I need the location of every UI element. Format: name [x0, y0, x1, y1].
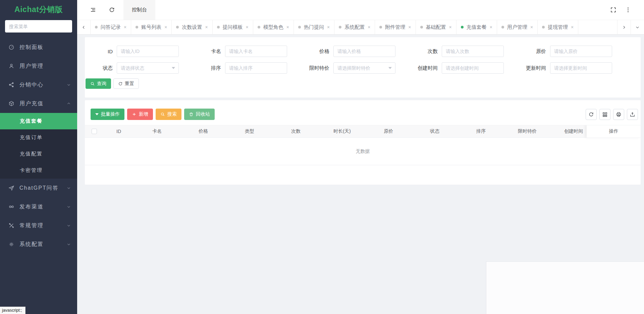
column-header-id: ID: [104, 129, 134, 134]
sidebar-item-dashboard[interactable]: 控制面板: [0, 38, 77, 57]
reset-button[interactable]: 重置: [113, 78, 139, 89]
search-icon: [90, 81, 95, 86]
data-table: ID 卡名 价格 类型 次数 时长(天) 原价 状态 排序 限时特价 创建时间 …: [85, 125, 641, 165]
sidebar-subitem-recharge-orders[interactable]: 充值订单: [0, 129, 77, 146]
recycle-bin-button[interactable]: 回收站: [184, 109, 215, 120]
add-button[interactable]: 新增: [127, 109, 153, 120]
tab-close-icon[interactable]: ×: [368, 25, 370, 29]
tab-basic-config[interactable]: 基础配置 ×: [416, 20, 457, 34]
sort-input[interactable]: [225, 62, 287, 74]
sidebar-item-system-config[interactable]: 系统配置: [0, 235, 77, 254]
tabs-scroll-left-icon[interactable]: [77, 20, 91, 34]
submenu-item-label: 卡密管理: [20, 167, 43, 174]
select-all-cell: [85, 129, 104, 134]
table-refresh-icon[interactable]: [586, 109, 597, 120]
price-input[interactable]: [333, 46, 395, 57]
toggle-search-label: 搜索: [167, 111, 177, 117]
sidebar-item-users[interactable]: 用户管理: [0, 57, 77, 75]
column-settings-icon[interactable]: [599, 109, 610, 120]
reset-button-label: 重置: [125, 81, 134, 87]
sidebar-item-label: 用户充值: [19, 100, 66, 107]
tab-system-config[interactable]: 系统配置 ×: [334, 20, 375, 34]
query-button[interactable]: 查询: [86, 78, 111, 89]
export-icon[interactable]: [627, 109, 638, 120]
more-options-icon[interactable]: [621, 0, 635, 20]
updated-time-input[interactable]: [550, 62, 612, 74]
sidebar-item-label: ChatGPT问答: [19, 185, 66, 192]
tab-close-icon[interactable]: ×: [571, 25, 574, 29]
console-tab[interactable]: 控制台: [123, 0, 155, 20]
table-empty-state: 无数据: [85, 138, 641, 165]
tab-close-icon[interactable]: ×: [124, 25, 126, 29]
tabs-right-controls: [617, 20, 644, 34]
fullscreen-icon[interactable]: [606, 0, 621, 20]
sidebar-item-general-management[interactable]: 常规管理: [0, 216, 77, 235]
tab-hot-questions[interactable]: 热门提问 ×: [294, 20, 334, 34]
select-all-checkbox[interactable]: [92, 129, 97, 134]
filter-limited-offer: 限时特价: [302, 62, 410, 74]
tab-close-icon[interactable]: ×: [449, 25, 452, 29]
column-header-limited-offer: 限时特价: [504, 128, 550, 134]
plus-icon: [132, 112, 137, 117]
column-header-price: 价格: [180, 128, 226, 134]
tab-label: 提问模板: [223, 24, 243, 30]
chevron-down-icon: [66, 82, 71, 87]
collapse-sidebar-icon[interactable]: [85, 0, 101, 20]
tab-dot: [136, 26, 138, 28]
sidebar-item-publish-channels[interactable]: 发布渠道: [0, 197, 77, 216]
infinity-icon: [8, 203, 15, 210]
tab-account-list[interactable]: 账号列表 ×: [131, 20, 172, 34]
limited-offer-select[interactable]: [333, 62, 395, 74]
tab-attachment-management[interactable]: 附件管理 ×: [375, 20, 416, 34]
sidebar-item-recharge[interactable]: 用户充值: [0, 94, 77, 113]
sidebar-subitem-recharge-config[interactable]: 充值配置: [0, 146, 77, 162]
tab-user-management[interactable]: 用户管理 ×: [497, 20, 538, 34]
tab-close-icon[interactable]: ×: [205, 25, 208, 29]
column-header-count: 次数: [273, 128, 319, 134]
sidebar-item-label: 常规管理: [19, 222, 66, 229]
tab-label: 次数设置: [182, 24, 202, 30]
sidebar-item-distribution[interactable]: 分销中心: [0, 75, 77, 94]
tab-close-icon[interactable]: ×: [490, 25, 492, 29]
tabs-scroll-right-icon[interactable]: [617, 20, 631, 34]
column-header-sort: 排序: [458, 128, 504, 134]
tab-close-icon[interactable]: ×: [408, 25, 411, 29]
tab-label: 用户管理: [507, 24, 527, 30]
refresh-icon[interactable]: [104, 0, 119, 20]
toggle-search-button[interactable]: 搜索: [156, 109, 181, 120]
filter-card-name: 卡名: [193, 46, 302, 57]
id-input[interactable]: [117, 46, 179, 57]
filter-actions: 查询 重置: [85, 78, 641, 89]
filter-sort: 排序: [193, 62, 302, 74]
topbar: 控制台: [77, 0, 644, 20]
count-input[interactable]: [442, 46, 504, 57]
tab-close-icon[interactable]: ×: [327, 25, 330, 29]
tab-close-icon[interactable]: ×: [164, 25, 167, 29]
tab-close-icon[interactable]: ×: [286, 25, 289, 29]
created-time-input[interactable]: [442, 62, 504, 74]
status-select[interactable]: [117, 62, 179, 74]
original-price-input[interactable]: [550, 46, 612, 57]
tab-withdrawal-management[interactable]: 提现管理 ×: [538, 20, 578, 34]
sidebar-subitem-recharge-packages[interactable]: 充值套餐: [0, 113, 77, 129]
tab-label: 附件管理: [385, 24, 405, 30]
tab-question-templates[interactable]: 提问模板 ×: [213, 20, 253, 34]
tab-qa-records[interactable]: 问答记录 ×: [91, 20, 131, 34]
filter-price: 价格: [302, 46, 410, 57]
sidebar-item-label: 系统配置: [19, 241, 66, 248]
card-name-input[interactable]: [225, 46, 287, 57]
tabs-menu-icon[interactable]: [631, 20, 644, 34]
tab-close-icon[interactable]: ×: [530, 25, 533, 29]
tab-close-icon[interactable]: ×: [246, 25, 249, 29]
sidebar-search: [5, 20, 72, 33]
print-icon[interactable]: [613, 109, 624, 120]
tab-model-roles[interactable]: 模型角色 ×: [253, 20, 294, 34]
batch-actions-button[interactable]: 批量操作: [91, 109, 124, 120]
search-icon: [160, 112, 165, 117]
sidebar-item-chatgpt-qa[interactable]: ChatGPT问答: [0, 179, 77, 197]
submenu-item-label: 充值订单: [20, 134, 43, 141]
tab-count-settings[interactable]: 次数设置 ×: [172, 20, 212, 34]
sidebar-subitem-card-keys[interactable]: 卡密管理: [0, 162, 77, 179]
menu-search-input[interactable]: [5, 20, 72, 33]
tab-recharge-packages[interactable]: 充值套餐 ×: [457, 20, 497, 34]
